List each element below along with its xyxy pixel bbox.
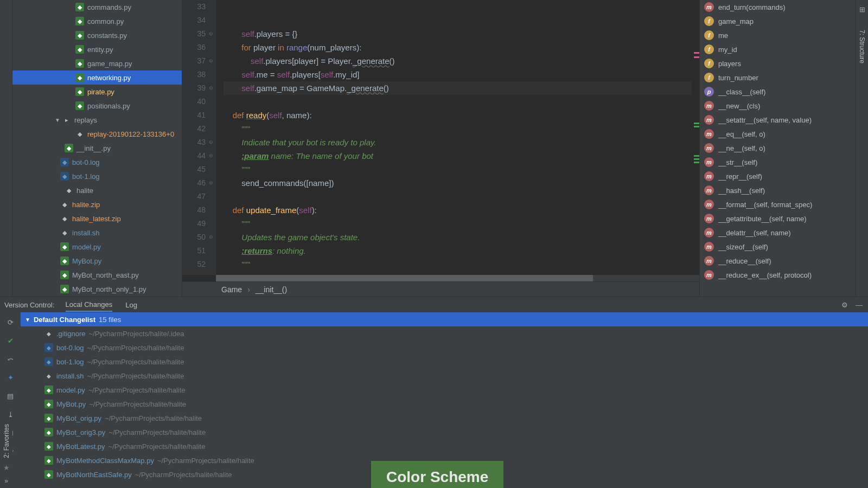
tree-item[interactable]: ◆positionals.py [12,99,182,113]
structure-item[interactable]: fmy_id [700,42,856,56]
tree-item[interactable]: ◆constants.py [12,28,182,42]
code-line[interactable]: self.turn_number = int(read_input()) [224,271,699,275]
structure-item[interactable]: m__hash__(self) [700,183,856,197]
structure-item[interactable]: fgame_map [700,14,856,28]
code-line[interactable]: self.players = {} [224,27,699,41]
commit-icon[interactable]: ✔ [5,335,16,346]
structure-item[interactable]: fme [700,28,856,42]
breadcrumb-method[interactable]: __init__() [256,285,287,294]
changelist-file[interactable]: ◆install.sh~/PycharmProjects/halite/hali… [21,369,868,383]
star-icon[interactable]: ★ [3,464,10,472]
tree-item[interactable]: ◆bot-1.log [12,169,182,183]
tree-item[interactable]: ◆install.sh [12,226,182,240]
changelist-file[interactable]: ◆MyBot_orig.py~/PycharmProjects/halite/h… [21,411,868,425]
shelve-icon[interactable]: ⤓ [5,409,16,420]
project-tree[interactable]: ◆commands.py◆common.py◆constants.py◆enti… [12,0,182,297]
code-line[interactable]: for player in range(num_players): [224,41,699,54]
changelist-file[interactable]: ◆MyBot.py~/PycharmProjects/halite/halite [21,397,868,411]
changelist-file[interactable]: ◆bot-0.log~/PycharmProjects/halite/halit… [21,341,868,355]
code-line[interactable]: :param name: The name of your bot [224,149,699,163]
code-line[interactable]: """ [224,258,699,271]
structure-item[interactable]: m__reduce_ex__(self, protocol) [700,268,856,282]
tree-item[interactable]: ◆common.py [12,14,182,28]
changelist-file[interactable]: ◆MyBotLatest.py~/PycharmProjects/halite/… [21,439,868,453]
tree-item[interactable]: ▼▸replays [12,113,182,127]
structure-item[interactable]: fturn_number [700,70,856,85]
editor-hscroll[interactable] [216,275,699,281]
notification-popup[interactable]: Color Scheme [371,461,503,488]
code-line[interactable]: def update_frame(self): [224,203,699,217]
code-line[interactable]: """ [224,217,699,230]
structure-item[interactable]: m__sizeof__(self) [700,240,856,254]
structure-item[interactable]: m__format__(self, format_spec) [700,197,856,211]
tree-item[interactable]: ◆MyBot.py [12,254,182,268]
structure-panel[interactable]: mend_turn(commands)fgame_mapfmefmy_idfpl… [699,0,856,297]
editor-scrollbar[interactable] [692,0,699,275]
minimize-icon[interactable]: — [856,301,863,309]
tree-item[interactable]: ◆__init__.py [12,141,182,155]
changelist-file[interactable]: ◆bot-1.log~/PycharmProjects/halite/halit… [21,355,868,369]
structure-item[interactable]: p__class__(self) [700,85,856,99]
code-line[interactable]: Indicate that your bot is ready to play. [224,136,699,149]
tree-item[interactable]: ◆pirate.py [12,85,182,99]
changelist-file[interactable]: ◆MyBot_orig3.py~/PycharmProjects/halite/… [21,425,868,439]
structure-item[interactable]: m__delattr__(self, name) [700,226,856,240]
tree-item[interactable]: ◆model.py [12,240,182,254]
expand-tools-icon[interactable]: » [4,477,8,485]
code-line[interactable]: :returns: nothing. [224,244,699,258]
code-line[interactable]: send_commands([name]) [224,176,699,190]
structure-item[interactable]: m__str__(self) [700,155,856,169]
structure-item[interactable]: fplayers [700,56,856,70]
diff-icon[interactable]: ✦ [5,372,16,383]
code-line[interactable]: self.game_map = GameMap._generate() [224,81,699,95]
tree-item[interactable]: ◆game_map.py [12,56,182,70]
tab-log[interactable]: Log [125,299,137,311]
code-line[interactable]: Updates the game object's state. [224,230,699,244]
tree-item[interactable]: ◆networking.py [12,70,182,85]
structure-item[interactable]: mend_turn(commands) [700,0,856,14]
changelist-icon[interactable]: ▤ [5,390,16,401]
tree-item[interactable]: ◆entity.py [12,42,182,56]
log-icon: ◆ [60,158,69,166]
refresh-icon[interactable]: ⟳ [5,317,16,328]
tree-item[interactable]: ◆MyBot_north_east.py [12,268,182,282]
structure-item[interactable]: m__reduce__(self) [700,254,856,268]
editor[interactable]: 333435⊖3637⊖3839⊖40414243⊖44⊖4546⊖474849… [182,0,699,297]
code-line[interactable] [224,95,699,108]
tree-item[interactable]: ◆replay-20190122-133136+0 [12,127,182,141]
tab-local-changes[interactable]: Local Changes [66,298,113,312]
code-line[interactable]: self.me = self.players[self.my_id] [224,68,699,81]
tree-item[interactable]: ◆MyBot_north_only_1.py [12,282,182,296]
changelist-file[interactable]: ◆.gitignore~/PycharmProjects/halite/.ide… [21,326,868,341]
changelist-header[interactable]: ▼ Default Changelist 15 files [21,312,868,326]
code-line[interactable]: """ [224,122,699,136]
favorites-tab-label[interactable]: 2: Favorites [3,424,10,458]
tree-item[interactable]: ◆halite_latest.zip [12,211,182,226]
structure-tab-label[interactable]: 7: Structure [858,30,866,63]
tree-item-label: entity.py [87,46,113,54]
changelist-file[interactable]: ◆model.py~/PycharmProjects/halite/halite [21,383,868,397]
breadcrumb[interactable]: Game › __init__() [182,281,699,297]
code-line[interactable]: """ [224,163,699,176]
code-line[interactable] [224,190,699,203]
rollback-icon[interactable]: ⤺ [5,354,16,364]
structure-item[interactable]: m__new__(cls) [700,99,856,113]
code-line[interactable]: self.players[player] = Player._generate(… [224,54,699,68]
tree-item[interactable]: ◆halite.zip [12,197,182,211]
structure-item[interactable]: m__repr__(self) [700,169,856,183]
structure-item[interactable]: m__ne__(self, o) [700,141,856,155]
method-icon: m [704,143,714,153]
tree-item[interactable]: ◆commands.py [12,0,182,14]
version-control-panel[interactable]: Version Control: Local Changes Log ⚙ — ⟳… [0,297,868,488]
right-tool-strip[interactable]: ⊞ 7: Structure [856,0,868,297]
code-line[interactable]: def ready(self, name): [224,108,699,122]
tree-item[interactable]: ◆halite [12,183,182,197]
code-area[interactable]: self.players = {} for player in range(nu… [216,0,699,275]
breadcrumb-class[interactable]: Game [221,285,242,294]
tree-item[interactable]: ◆bot-0.log [12,155,182,169]
gear-icon[interactable]: ⚙ [841,301,848,309]
structure-item[interactable]: m__eq__(self, o) [700,127,856,141]
structure-item[interactable]: m__setattr__(self, name, value) [700,113,856,127]
structure-item[interactable]: m__getattribute__(self, name) [700,211,856,226]
structure-tool-icon[interactable]: ⊞ [859,5,865,14]
